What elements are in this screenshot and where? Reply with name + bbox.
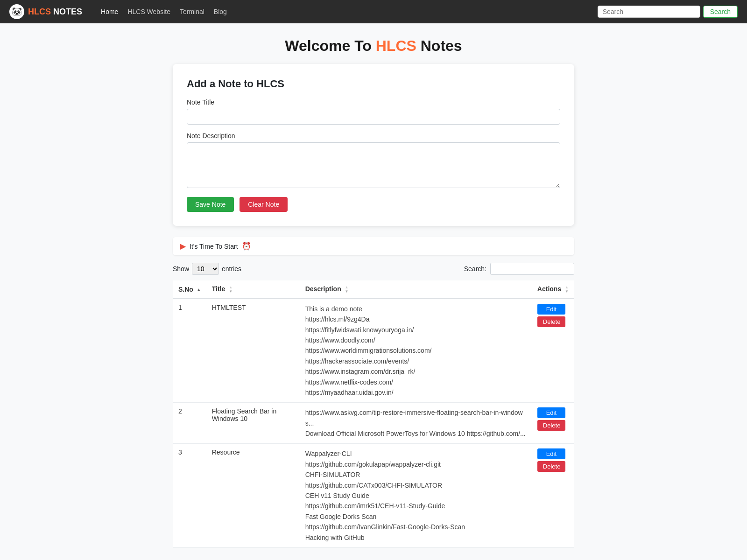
- col-title[interactable]: Title ▲ ▼: [206, 280, 300, 299]
- note-desc-label: Note Description: [187, 132, 560, 140]
- search-label: Search:: [464, 265, 486, 273]
- main-container: Add a Note to HLCS Note Title Note Descr…: [163, 64, 584, 560]
- start-banner: ▶ It's Time To Start ⏰: [173, 237, 574, 255]
- entries-label: entries: [222, 265, 241, 273]
- row-description: This is a demo notehttps://hlcs.ml/9zg4D…: [300, 299, 532, 403]
- datatable-controls: Show 10 25 50 100 entries Search:: [173, 263, 574, 275]
- save-note-button[interactable]: Save Note: [187, 197, 234, 212]
- clear-note-button[interactable]: Clear Note: [240, 197, 288, 212]
- nav-home[interactable]: Home: [101, 8, 118, 15]
- table-row: 3 Resource Wappalyzer-CLIhttps://github.…: [173, 444, 574, 548]
- note-title-group: Note Title: [187, 98, 560, 125]
- table-row: 2 Floating Search Bar in Windows 10 http…: [173, 403, 574, 444]
- row-actions: Edit Delete: [532, 403, 574, 444]
- row-sno: 2: [173, 403, 206, 444]
- row-title: HTMLTEST: [206, 299, 300, 403]
- title-sort-icon: ▲ ▼: [229, 286, 233, 294]
- col-actions[interactable]: Actions ▲ ▼: [532, 280, 574, 299]
- desc-sort-icon: ▲ ▼: [345, 286, 349, 294]
- delete-button[interactable]: Delete: [537, 461, 565, 472]
- datatable-search-area: Search:: [464, 263, 574, 275]
- row-sno: 3: [173, 444, 206, 548]
- col-description[interactable]: Description ▲ ▼: [300, 280, 532, 299]
- brand-logo: 🐼: [9, 4, 24, 19]
- note-desc-input[interactable]: [187, 142, 560, 188]
- page-title: Welcome To HLCS Notes: [0, 23, 747, 64]
- navbar-search-input[interactable]: [598, 6, 700, 18]
- add-note-card: Add a Note to HLCS Note Title Note Descr…: [173, 64, 574, 226]
- table-row: 1 HTMLTEST This is a demo notehttps://hl…: [173, 299, 574, 403]
- row-sno: 1: [173, 299, 206, 403]
- note-desc-group: Note Description: [187, 132, 560, 189]
- delete-button[interactable]: Delete: [537, 420, 565, 431]
- edit-button[interactable]: Edit: [537, 448, 565, 459]
- navbar: 🐼 HLCS NOTES Home HLCS Website Terminal …: [0, 0, 747, 23]
- nav-blog[interactable]: Blog: [214, 8, 227, 15]
- edit-button[interactable]: Edit: [537, 304, 565, 315]
- navbar-brand[interactable]: 🐼 HLCS NOTES: [9, 4, 82, 19]
- note-title-label: Note Title: [187, 98, 560, 106]
- delete-button[interactable]: Delete: [537, 316, 565, 327]
- play-icon: ▶: [180, 242, 186, 251]
- row-title: Resource: [206, 444, 300, 548]
- show-entries-select[interactable]: 10 25 50 100: [192, 263, 219, 275]
- show-entries-control: Show 10 25 50 100 entries: [173, 263, 241, 275]
- row-title: Floating Search Bar in Windows 10: [206, 403, 300, 444]
- row-description: Wappalyzer-CLIhttps://github.com/gokulap…: [300, 444, 532, 548]
- table-header: S.No ▲ Title ▲ ▼ Description ▲: [173, 280, 574, 299]
- navbar-search-area: Search: [598, 6, 738, 18]
- row-actions: Edit Delete: [532, 444, 574, 548]
- show-label: Show: [173, 265, 189, 273]
- nav-links: Home HLCS Website Terminal Blog: [101, 8, 588, 15]
- table-body: 1 HTMLTEST This is a demo notehttps://hl…: [173, 299, 574, 548]
- banner-text: It's Time To Start: [190, 243, 238, 250]
- nav-hlcs-website[interactable]: HLCS Website: [127, 8, 170, 15]
- nav-terminal[interactable]: Terminal: [180, 8, 204, 15]
- form-buttons: Save Note Clear Note: [187, 197, 560, 212]
- navbar-search-button[interactable]: Search: [703, 6, 738, 18]
- row-actions: Edit Delete: [532, 299, 574, 403]
- notes-table: S.No ▲ Title ▲ ▼ Description ▲: [173, 280, 574, 548]
- clock-icon: ⏰: [242, 242, 251, 251]
- datatable-search-input[interactable]: [490, 263, 574, 275]
- note-title-input[interactable]: [187, 109, 560, 125]
- row-description: https://www.askvg.com/tip-restore-immers…: [300, 403, 532, 444]
- brand-text: HLCS NOTES: [28, 7, 82, 17]
- col-sno[interactable]: S.No ▲: [173, 280, 206, 299]
- edit-button[interactable]: Edit: [537, 407, 565, 418]
- actions-sort-icon: ▲ ▼: [565, 286, 569, 294]
- sno-sort-icon: ▲: [197, 288, 201, 292]
- add-note-heading: Add a Note to HLCS: [187, 78, 560, 90]
